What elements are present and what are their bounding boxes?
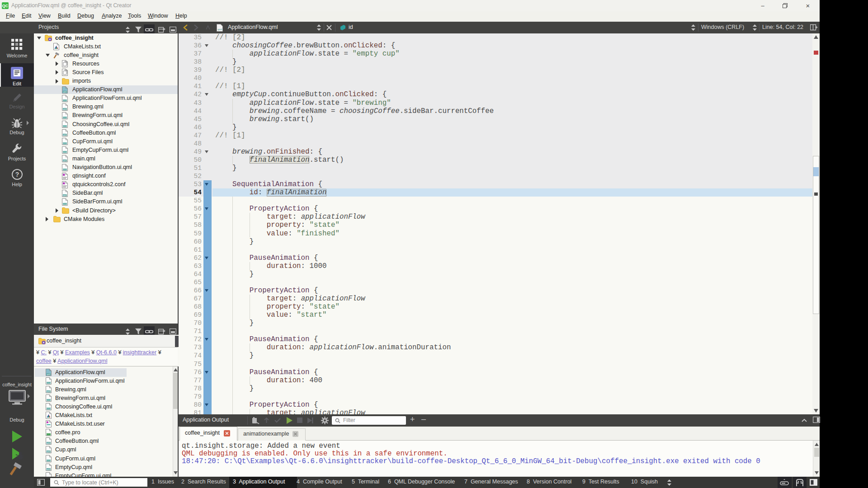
svg-text:qml: qml	[63, 160, 66, 162]
svg-text:qml: qml	[47, 468, 50, 470]
svg-text:qml: qml	[47, 373, 50, 375]
svg-text:qml: qml	[63, 134, 66, 136]
svg-text:qml: qml	[217, 28, 222, 31]
svg-text:qml: qml	[63, 194, 66, 197]
svg-text:qml: qml	[47, 390, 50, 393]
svg-text:?: ?	[15, 171, 19, 178]
svg-text:qml: qml	[47, 450, 50, 453]
svg-text:qml: qml	[47, 442, 50, 444]
svg-text:qml: qml	[63, 108, 66, 110]
svg-text:qml: qml	[63, 91, 66, 93]
svg-text:QC: QC	[2, 4, 9, 8]
